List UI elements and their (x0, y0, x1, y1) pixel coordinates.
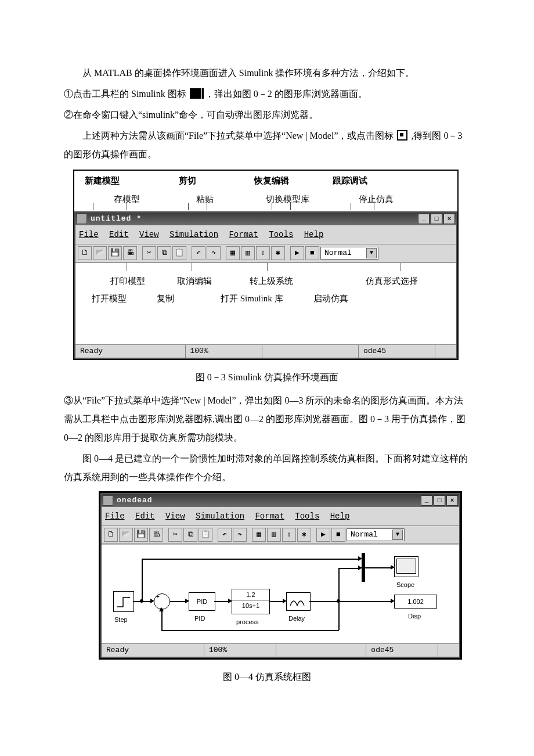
stop-sim-button[interactable]: ■ (305, 246, 319, 260)
block-label: Delay (288, 612, 305, 625)
simulink-window-untitled: untitled * _ □ × File Edit View Simulati… (74, 211, 457, 359)
display-block[interactable]: 1.002 (394, 595, 437, 609)
menu-edit[interactable]: Edit (135, 512, 155, 521)
menu-tools[interactable]: Tools (295, 512, 319, 521)
menu-file[interactable]: File (105, 512, 125, 521)
block-label: Scope (396, 578, 414, 591)
window-title: onedead (117, 493, 420, 508)
paragraph: ②在命令窗口键入“simulink”命令，可自动弹出图形库浏览器。 (64, 106, 470, 124)
model-canvas[interactable]: Step + − PID PID 1.2 (102, 544, 459, 643)
copy-button[interactable]: ⧉ (157, 246, 171, 260)
menu-view[interactable]: View (165, 512, 185, 521)
tf-num: 1.2 (232, 589, 269, 600)
callout: 粘贴 (196, 190, 214, 208)
cut-button[interactable]: ✂ (142, 246, 156, 260)
menu-view[interactable]: View (139, 230, 159, 239)
block-label: Disp (408, 610, 421, 622)
step-block[interactable] (113, 591, 134, 612)
maximize-button[interactable]: □ (431, 214, 442, 224)
status-empty (276, 644, 367, 657)
redo-button[interactable]: ↷ (233, 528, 247, 542)
new-button[interactable]: 🗋 (104, 528, 118, 542)
window-icon (77, 214, 87, 224)
up-system-button[interactable]: ⇪ (256, 246, 270, 260)
menu-format[interactable]: Format (229, 230, 258, 239)
resize-grip[interactable] (435, 345, 456, 358)
model-canvas[interactable]: 打印模型 取消编辑 转上级系统 仿真形式选择 打开模型 复制 打开 Simuli… (75, 262, 456, 344)
stop-sim-button[interactable]: ■ (331, 528, 345, 542)
pid-block[interactable]: PID (189, 592, 215, 611)
undo-button[interactable]: ↶ (192, 246, 205, 260)
menu-help[interactable]: Help (304, 230, 324, 239)
close-button[interactable]: × (443, 214, 455, 224)
debug-button[interactable]: ✱ (271, 246, 285, 260)
toolbar: 🗋 📂 💾 🖶 ✂ ⧉ 📋 ↶ ↷ ▦ ▥ ⇪ ✱ ▶ ■ (75, 244, 456, 262)
print-button[interactable]: 🖶 (149, 528, 163, 542)
menu-simulation[interactable]: Simulation (169, 230, 218, 239)
scope-block[interactable] (394, 556, 418, 577)
paste-button[interactable]: 📋 (172, 246, 186, 260)
callout: 恢复编辑 (254, 172, 289, 189)
text: ，弹出如图 0－2 的图形库浏览器画面。 (205, 89, 367, 99)
menu-file[interactable]: File (79, 230, 99, 239)
status-ready: Ready (102, 644, 204, 657)
figure-0-4: onedead _ □ × File Edit View Simulation … (99, 491, 462, 660)
start-sim-button[interactable]: ▶ (290, 246, 304, 260)
simulink-window-onedead: onedead _ □ × File Edit View Simulation … (100, 493, 460, 658)
paragraph: ③从“File”下拉式菜单中选择“New | Model”，弹出如图 0—3 所… (64, 391, 470, 447)
menu-simulation[interactable]: Simulation (196, 512, 244, 521)
open-button[interactable]: 📂 (119, 528, 133, 542)
up-system-button[interactable]: ⇪ (282, 528, 296, 542)
menu-format[interactable]: Format (255, 512, 284, 521)
sim-mode-select[interactable]: Normal ▼ (320, 247, 378, 260)
transfer-fcn-block[interactable]: 1.2 10s+1 (232, 589, 270, 614)
switch-library-button[interactable]: ▥ (241, 246, 255, 260)
debug-button[interactable]: ✱ (297, 528, 311, 542)
library-button[interactable]: ▦ (226, 246, 240, 260)
paragraph: 上述两种方法需从该画面“File”下拉式菜单中选择“New | Model”，或… (64, 127, 470, 164)
copy-button[interactable]: ⧉ (183, 528, 197, 542)
chevron-down-icon: ▼ (366, 248, 377, 258)
new-button[interactable]: 🗋 (78, 246, 92, 260)
paragraph: 图 0—4 是已建立的一个一阶惯性加时滞对象的单回路控制系统仿真框图。下面将对建… (64, 449, 470, 487)
paragraph: ①点击工具栏的 Simulink 图标 ，弹出如图 0－2 的图形库浏览器画面。 (64, 85, 470, 103)
print-button[interactable]: 🖶 (123, 246, 137, 260)
new-model-icon (397, 130, 407, 141)
toolbar: 🗋 📂 💾 🖶 ✂ ⧉ 📋 ↶ ↷ ▦ ▥ ⇪ ✱ ▶ ■ (102, 526, 459, 544)
text: ①点击工具栏的 Simulink 图标 (64, 89, 189, 99)
sim-mode-value: Normal (324, 246, 352, 261)
window-icon (103, 495, 113, 506)
switch-library-button[interactable]: ▥ (267, 528, 281, 542)
sim-mode-select[interactable]: Normal ▼ (347, 528, 405, 541)
save-button[interactable]: 💾 (134, 528, 148, 542)
block-label: Step (114, 613, 128, 626)
callout: 复制 (157, 290, 174, 307)
undo-button[interactable]: ↶ (218, 528, 232, 542)
minimize-button[interactable]: _ (418, 214, 430, 224)
library-button[interactable]: ▦ (252, 528, 266, 542)
menu-tools[interactable]: Tools (269, 230, 293, 239)
titlebar: untitled * _ □ × (75, 213, 456, 225)
status-ready: Ready (75, 345, 186, 358)
resize-grip[interactable] (438, 644, 459, 657)
delay-block[interactable] (286, 592, 311, 611)
close-button[interactable]: × (446, 495, 458, 506)
callout: 跟踪调试 (333, 172, 367, 189)
document-page: 从 MATLAB 的桌面操作环境画面进入 Simulink 操作环境有多种方法，… (0, 0, 534, 756)
paste-button[interactable]: 📋 (199, 528, 212, 542)
open-button[interactable]: 📂 (93, 246, 107, 260)
redo-button[interactable]: ↷ (207, 246, 221, 260)
cut-button[interactable]: ✂ (168, 528, 182, 542)
status-solver: ode45 (366, 644, 438, 657)
callout: 仿真形式选择 (366, 272, 418, 290)
menu-edit[interactable]: Edit (109, 230, 129, 239)
window-title: untitled * (91, 211, 417, 226)
callout: 新建模型 (85, 172, 120, 189)
save-button[interactable]: 💾 (108, 246, 122, 260)
minimize-button[interactable]: _ (421, 495, 432, 506)
menu-help[interactable]: Help (330, 512, 350, 521)
maximize-button[interactable]: □ (434, 495, 445, 506)
start-sim-button[interactable]: ▶ (316, 528, 330, 542)
text: 上述两种方法需从该画面“File”下拉式菜单中选择“New | Model”，或… (82, 131, 394, 141)
block-label: PID (194, 612, 205, 625)
